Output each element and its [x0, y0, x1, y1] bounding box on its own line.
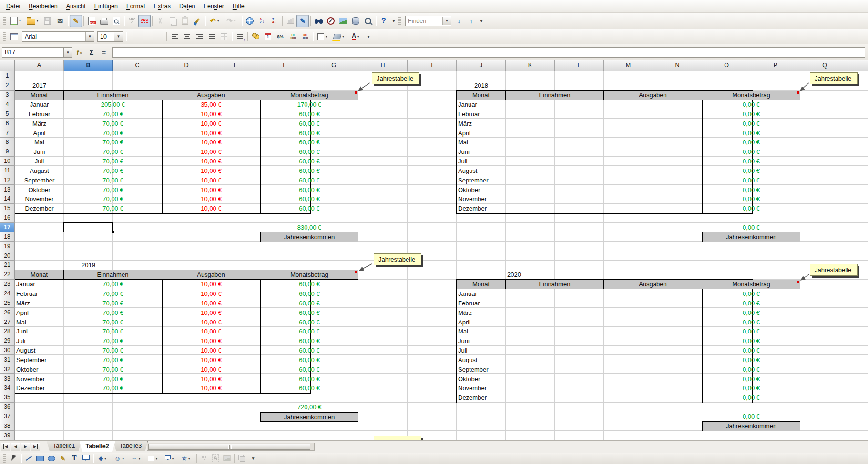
- cell-F27[interactable]: 60,00 €: [260, 317, 358, 327]
- cell-O38[interactable]: Jahreseinkommen: [702, 421, 800, 431]
- navigator-button[interactable]: [325, 15, 337, 27]
- cell-B10[interactable]: 70,00 €: [64, 157, 162, 166]
- cell-B6[interactable]: 70,00 €: [64, 119, 162, 128]
- cell-O5[interactable]: 0,00 €: [702, 109, 800, 119]
- symbol-shapes-button[interactable]: ☺▾: [112, 453, 128, 464]
- help-button[interactable]: ?: [378, 15, 390, 27]
- cell-F22[interactable]: Monatsbetrag: [260, 270, 358, 280]
- menu-extras[interactable]: Extras: [150, 1, 175, 11]
- cell-O35[interactable]: 0,00 €: [702, 393, 800, 403]
- cell-D3[interactable]: Ausgaben: [162, 91, 260, 100]
- stars-button[interactable]: ☆▾: [178, 453, 195, 464]
- row-header-34[interactable]: 34: [0, 383, 15, 393]
- cell-O24[interactable]: 0,00 €: [702, 289, 800, 299]
- select-all-corner[interactable]: [0, 60, 15, 71]
- cell-F34[interactable]: 60,00 €: [260, 383, 358, 393]
- row-header-4[interactable]: 4: [0, 100, 15, 110]
- column-header-c[interactable]: C: [113, 60, 162, 71]
- cell-J23[interactable]: Monat: [457, 280, 506, 289]
- cell-A25[interactable]: März: [15, 298, 64, 308]
- cell-F26[interactable]: 60,00 €: [260, 308, 358, 317]
- column-header-k[interactable]: K: [506, 60, 555, 71]
- cell-K3[interactable]: Einnahmen: [506, 91, 604, 100]
- align-right-button[interactable]: [193, 30, 205, 43]
- cell-J9[interactable]: Juni: [457, 147, 506, 157]
- flowchart-button[interactable]: ▾: [145, 453, 162, 464]
- cell-B3[interactable]: Einnahmen: [64, 91, 162, 100]
- toolbar-grip[interactable]: [398, 17, 401, 25]
- undo-dropdown-icon[interactable]: ▾: [216, 16, 221, 26]
- toolbar-overflow-button[interactable]: ▾: [365, 30, 372, 43]
- row-header-14[interactable]: 14: [0, 194, 15, 204]
- number-standard-button[interactable]: 1: [262, 30, 274, 43]
- cell-B23[interactable]: 70,00 €: [64, 280, 162, 289]
- cell-O12[interactable]: 0,00 €: [702, 175, 800, 185]
- column-header-a[interactable]: A: [15, 60, 64, 71]
- row-header-27[interactable]: 27: [0, 317, 15, 327]
- sum-button[interactable]: Σ: [86, 47, 97, 58]
- export-pdf-button[interactable]: PDF: [85, 15, 98, 27]
- new-document-button[interactable]: ▾: [8, 15, 25, 27]
- cell-B11[interactable]: 70,00 €: [64, 166, 162, 176]
- cell-D27[interactable]: 10,00 €: [162, 317, 260, 327]
- cell-J10[interactable]: Juli: [457, 157, 506, 166]
- cell-A12[interactable]: September: [15, 175, 64, 185]
- cell-A31[interactable]: September: [15, 355, 64, 365]
- cell-D32[interactable]: 10,00 €: [162, 364, 260, 374]
- new-document-dropdown-icon[interactable]: ▾: [18, 16, 22, 26]
- cell-F36[interactable]: 720,00 €: [260, 403, 358, 412]
- row-header-6[interactable]: 6: [0, 119, 15, 128]
- paste-button[interactable]: [179, 15, 191, 27]
- row-header-17[interactable]: 17: [0, 223, 15, 232]
- column-header-n[interactable]: N: [653, 60, 702, 71]
- row-header-16[interactable]: 16: [0, 213, 15, 223]
- row-header-36[interactable]: 36: [0, 403, 15, 412]
- open-dropdown-icon[interactable]: ▾: [35, 16, 40, 26]
- cell-B21[interactable]: 2019: [64, 261, 113, 270]
- cell-J8[interactable]: Mai: [457, 138, 506, 147]
- cell-D4[interactable]: 35,00 €: [162, 100, 260, 110]
- cell-J26[interactable]: März: [457, 308, 506, 317]
- row-header-5[interactable]: 5: [0, 109, 15, 119]
- sheet-nav-next[interactable]: ▶: [21, 443, 30, 451]
- copy-button[interactable]: [166, 15, 179, 27]
- cell-J24[interactable]: Januar: [457, 289, 506, 299]
- cell-J30[interactable]: Juli: [457, 346, 506, 355]
- cell-F4[interactable]: 170,00 €: [260, 100, 358, 110]
- text-button[interactable]: T: [69, 453, 80, 464]
- row-header-2[interactable]: 2: [0, 81, 15, 91]
- cell-O6[interactable]: 0,00 €: [702, 119, 800, 128]
- cell-F11[interactable]: 60,00 €: [260, 166, 358, 176]
- cell-D22[interactable]: Ausgaben: [162, 270, 260, 280]
- cell-O13[interactable]: 0,00 €: [702, 185, 800, 194]
- sheet-nav-last[interactable]: ▶: [31, 443, 40, 451]
- menu-bearbeiten[interactable]: Bearbeiten: [24, 1, 61, 11]
- cell-O28[interactable]: 0,00 €: [702, 327, 800, 336]
- function-wizard-button[interactable]: ƒx: [73, 47, 85, 58]
- sheet-tab-tabelle1[interactable]: Tabelle1: [47, 441, 82, 451]
- borders-dropdown-icon[interactable]: ▾: [324, 31, 329, 42]
- cell-J34[interactable]: November: [457, 383, 506, 393]
- cell-D15[interactable]: 10,00 €: [162, 204, 260, 213]
- data-sources-button[interactable]: [349, 15, 362, 27]
- menu-daten[interactable]: Daten: [175, 1, 199, 11]
- cell-A23[interactable]: Januar: [15, 280, 64, 289]
- sheet-tab-tabelle2[interactable]: Tabelle2: [80, 441, 115, 452]
- cell-F29[interactable]: 60,00 €: [260, 336, 358, 346]
- cell-A15[interactable]: Dezember: [15, 204, 64, 213]
- selected-cell-B17[interactable]: [63, 222, 113, 233]
- gallery-button[interactable]: [337, 15, 349, 27]
- row-header-13[interactable]: 13: [0, 185, 15, 194]
- sort-ascending-button[interactable]: AZ↓: [256, 15, 268, 27]
- cell-F14[interactable]: 60,00 €: [260, 194, 358, 204]
- cell-J15[interactable]: Dezember: [457, 204, 506, 213]
- hyperlink-button[interactable]: [244, 15, 256, 27]
- row-header-21[interactable]: 21: [0, 261, 15, 270]
- horizontal-scrollbar-thumb[interactable]: [148, 444, 310, 450]
- extrusion-button[interactable]: [236, 453, 247, 464]
- row-header-15[interactable]: 15: [0, 204, 15, 213]
- font-color-dropdown-icon[interactable]: ▾: [356, 31, 361, 42]
- cell-B25[interactable]: 70,00 €: [64, 298, 162, 308]
- cell-O27[interactable]: 0,00 €: [702, 317, 800, 327]
- number-currency-button[interactable]: [249, 30, 262, 43]
